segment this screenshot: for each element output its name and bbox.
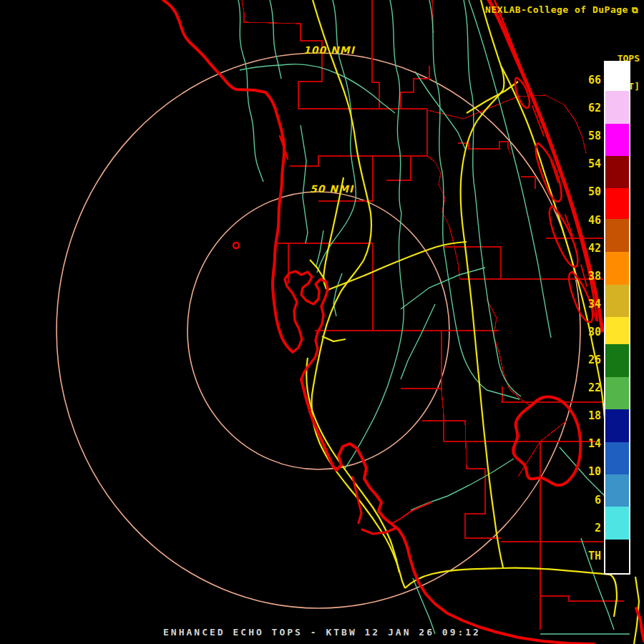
lagoon-loop-b xyxy=(536,143,562,202)
scale-tick-label: 50 xyxy=(577,186,601,197)
scale-segment xyxy=(605,91,629,124)
scale-tick-label: 30 xyxy=(577,326,601,338)
scale-tick-label: 2 xyxy=(577,522,601,534)
ring-label-100nmi: 100 NMI xyxy=(303,44,355,56)
scale-segment xyxy=(605,124,629,156)
scale-segment xyxy=(605,317,629,344)
scale-tick-label: 62 xyxy=(577,102,601,114)
scale-tick-label: 6 xyxy=(577,494,601,506)
caloosahatchee-inlet xyxy=(391,502,431,524)
echo-tops-color-scale xyxy=(604,61,630,575)
ring-label-50nmi: 50 NMI xyxy=(310,183,353,195)
scale-segment xyxy=(605,188,629,219)
brand-banner: NEXLAB-College of DuPage⧉ xyxy=(485,4,638,15)
scale-tick-label: 14 xyxy=(577,438,601,449)
county-boundary-layer xyxy=(242,0,624,630)
scale-segment xyxy=(605,285,629,317)
scale-tick-label: 54 xyxy=(577,158,601,170)
scale-tick-label: 66 xyxy=(577,74,601,86)
scale-tick-label: 58 xyxy=(577,130,601,142)
offshore-key xyxy=(233,243,239,248)
radar-display: NEXLAB-College of DuPage⧉ TOPS [K FT] 10… xyxy=(0,0,644,644)
scale-tick-label: 10 xyxy=(577,466,601,477)
river-layer xyxy=(238,0,630,634)
scale-tick-label: 38 xyxy=(577,270,601,282)
cod-logo-icon: ⧉ xyxy=(632,6,638,14)
scale-segment xyxy=(605,442,629,474)
scale-segment xyxy=(605,219,629,252)
scale-segment xyxy=(605,156,629,188)
scale-segment xyxy=(605,409,629,442)
scale-tick-label: 34 xyxy=(577,298,601,310)
scale-tick-label: 46 xyxy=(577,215,601,226)
scale-tick-label: 26 xyxy=(577,354,601,366)
sanibel-island xyxy=(362,528,396,534)
scale-segment xyxy=(605,507,629,540)
scale-tick-label: 42 xyxy=(577,243,601,254)
scale-segment xyxy=(605,540,629,570)
florida-basemap xyxy=(0,0,644,644)
brand-text: NEXLAB-College of DuPage xyxy=(485,4,628,15)
gulf-coast-north xyxy=(163,0,293,352)
scale-tick-label: 22 xyxy=(577,382,601,394)
scale-segment xyxy=(605,344,629,377)
lake-okeechobee xyxy=(513,397,580,486)
scale-segment xyxy=(605,474,629,507)
scale-segment xyxy=(605,252,629,285)
scale-tick-label: 18 xyxy=(577,410,601,421)
scale-segment xyxy=(605,62,629,91)
status-bar: ENHANCED ECHO TOPS - KTBW 12 JAN 26 09:1… xyxy=(0,627,644,638)
gulf-coast-south xyxy=(301,379,594,644)
scale-tick-label: TH xyxy=(577,550,601,562)
scale-segment xyxy=(605,377,629,409)
